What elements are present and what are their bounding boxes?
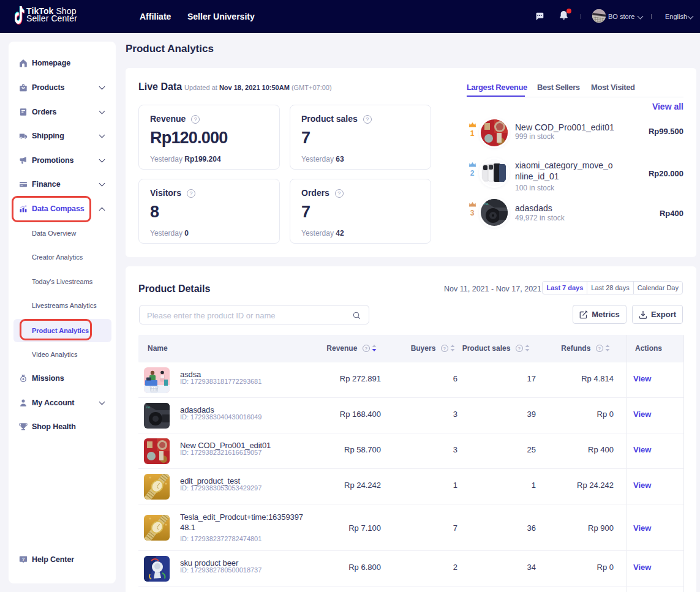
svg-text:no: no: [146, 405, 150, 409]
svg-text:?: ?: [22, 556, 25, 562]
svg-text:no: no: [484, 202, 489, 206]
